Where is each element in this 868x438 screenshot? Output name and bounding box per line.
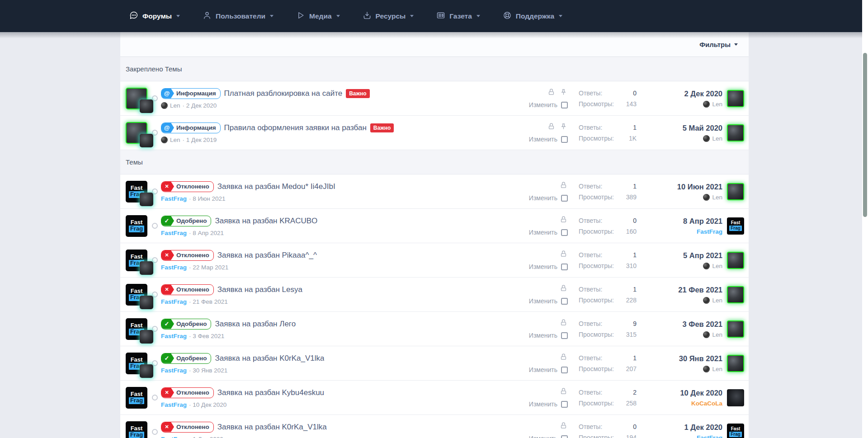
select-thread-checkbox[interactable] — [561, 401, 568, 408]
scrollbar-thumb[interactable] — [863, 53, 867, 217]
last-poster-avatar[interactable] — [727, 124, 744, 141]
thread-title-link[interactable]: Заявка на разбан Lesya — [217, 285, 302, 294]
last-post-date[interactable]: 3 Фев 2021 — [683, 320, 722, 329]
last-poster-avatar[interactable]: FastFrag — [727, 424, 744, 438]
select-thread-checkbox[interactable] — [561, 136, 568, 143]
nav-item-newspaper[interactable]: Газета — [436, 11, 480, 22]
last-poster-link[interactable]: FastFrag — [697, 228, 722, 235]
last-poster-avatar[interactable] — [727, 252, 744, 269]
nav-item-media[interactable]: Медиа — [296, 11, 340, 22]
last-poster-avatar[interactable] — [727, 355, 744, 372]
thread-author-link[interactable]: Len — [170, 137, 180, 143]
thread-start-date: 22 Мар 2021 — [189, 264, 228, 271]
select-thread-checkbox[interactable] — [561, 367, 568, 373]
views-label: Просмотры: — [579, 434, 614, 438]
last-poster-link[interactable]: Len — [712, 101, 722, 108]
thread-author-link[interactable]: FastFrag — [161, 401, 187, 408]
page-scrollbar[interactable] — [862, 0, 868, 438]
last-poster-link[interactable]: KoCaCoLa — [691, 400, 722, 407]
last-post-date[interactable]: 1 Дек 2020 — [684, 423, 722, 432]
thread-author-link[interactable]: FastFrag — [161, 436, 187, 438]
last-post-date[interactable]: 30 Янв 2021 — [679, 354, 722, 363]
thread-title-link[interactable]: Заявка на разбан Medou* Ii4eJIbI — [217, 182, 335, 191]
select-thread-checkbox[interactable] — [561, 435, 568, 438]
thread-title-link[interactable]: Платная разблокировка на сайте — [224, 89, 343, 98]
last-poster-avatar[interactable]: FastFrag — [727, 217, 744, 235]
last-poster-avatar[interactable] — [727, 320, 744, 338]
views-count: 258 — [626, 400, 637, 407]
nav-item-forums[interactable]: Форумы — [129, 11, 180, 22]
last-poster-link[interactable]: Len — [712, 331, 722, 338]
select-thread-checkbox[interactable] — [561, 264, 568, 270]
support-icon — [503, 11, 512, 20]
prefix-badge[interactable]: ✓ Одобрено — [161, 353, 211, 364]
replies-label: Ответы: — [579, 423, 602, 430]
edit-label: Изменить — [529, 136, 557, 143]
thread-title-link[interactable]: Заявка на разбан KRACUBO — [215, 217, 317, 226]
nav-item-resources[interactable]: Ресурсы — [363, 11, 414, 22]
prefix-badge[interactable]: ✕ Отклонено — [161, 250, 214, 261]
thread-row: @ Информация Платная разблокировка на са… — [120, 81, 749, 116]
author-mini-avatar — [161, 137, 168, 143]
nav-item-support[interactable]: Поддержка — [503, 11, 562, 22]
thread-starter-avatar[interactable]: FastFrag — [126, 421, 147, 438]
last-poster-link[interactable]: FastFrag — [697, 434, 722, 438]
prefix-label: Одобрено — [174, 319, 211, 329]
prefix-badge[interactable]: ✕ Отклонено — [161, 387, 214, 398]
thread-author-link[interactable]: FastFrag — [161, 333, 187, 339]
thread-title-link[interactable]: Правила оформления заявки на разбан — [224, 123, 367, 132]
prefix-badge[interactable]: ✕ Отклонено — [161, 422, 214, 433]
last-post-date[interactable]: 5 Апр 2021 — [683, 251, 722, 260]
last-post-date[interactable]: 10 Июн 2021 — [677, 183, 722, 191]
thread-author-link[interactable]: FastFrag — [161, 367, 187, 374]
last-poster-avatar[interactable] — [727, 183, 744, 200]
thread-title-link[interactable]: Заявка на разбан Лего — [215, 320, 296, 329]
support-icon — [503, 11, 512, 22]
prefix-badge[interactable]: @ Информация — [161, 88, 221, 99]
thread-title-link[interactable]: Заявка на разбан Pikaaa^_^ — [217, 251, 317, 260]
last-poster-link[interactable]: Len — [712, 263, 722, 269]
filters-button[interactable]: Фильтры — [699, 41, 738, 48]
thread-starter-avatar[interactable]: FastFrag — [126, 387, 147, 409]
thread-author-link[interactable]: FastFrag — [161, 298, 187, 305]
prefix-badge[interactable]: ✓ Одобрено — [161, 216, 211, 226]
thread-author-link[interactable]: FastFrag — [161, 230, 187, 236]
select-thread-checkbox[interactable] — [561, 298, 568, 305]
thread-title-link[interactable]: Заявка на разбан K0rKa_V1lka — [217, 423, 327, 432]
select-thread-checkbox[interactable] — [561, 102, 568, 108]
prefix-badge[interactable]: @ Информация — [161, 122, 221, 133]
last-post-date[interactable]: 21 Фев 2021 — [678, 286, 722, 294]
views-count: 194 — [626, 434, 637, 438]
edit-label: Изменить — [529, 435, 557, 438]
thread-title-link[interactable]: Заявка на разбан K0rKa_V1lka — [215, 354, 324, 363]
last-post-date[interactable]: 10 Дек 2020 — [680, 389, 722, 397]
select-thread-checkbox[interactable] — [561, 195, 568, 202]
last-post-date[interactable]: 2 Дек 2020 — [684, 89, 722, 98]
prefix-badge[interactable]: ✕ Отклонено — [161, 284, 214, 295]
thread-title-link[interactable]: Заявка на разбан Kybu4eskuu — [217, 388, 324, 397]
last-poster-link[interactable]: Len — [712, 297, 722, 304]
last-poster-avatar[interactable] — [727, 286, 744, 303]
thread-author-link[interactable]: Len — [170, 102, 180, 109]
thread-author-link[interactable]: FastFrag — [161, 195, 187, 202]
chevron-down-icon — [559, 15, 562, 17]
last-poster-link[interactable]: Len — [712, 194, 722, 201]
thread-starter-avatar[interactable]: FastFrag — [126, 215, 147, 237]
select-thread-checkbox[interactable] — [561, 332, 568, 339]
last-post-date[interactable]: 8 Апр 2021 — [683, 217, 722, 226]
top-nav: Форумы Пользователи Медиа Ресурсы Газета… — [0, 0, 868, 32]
prefix-badge[interactable]: ✓ Одобрено — [161, 319, 211, 330]
prefix-badge[interactable]: ✕ Отклонено — [161, 181, 214, 192]
last-poster-avatar[interactable] — [727, 90, 744, 107]
last-post-date[interactable]: 5 Май 2020 — [683, 124, 722, 132]
thread-section: Темы FastFrag ✕ Отклонено Заявка на разб… — [120, 150, 749, 438]
last-poster-avatar[interactable] — [727, 389, 744, 406]
select-thread-checkbox[interactable] — [561, 229, 568, 236]
last-poster-link[interactable]: Len — [712, 135, 722, 142]
thread-author-link[interactable]: FastFrag — [161, 264, 187, 271]
last-poster-link[interactable]: Len — [712, 366, 722, 372]
nav-item-users[interactable]: Пользователи — [203, 11, 274, 22]
fastfrag-logo-line2: Frag — [129, 226, 144, 232]
prefix-label: Отклонено — [174, 388, 213, 398]
replies-count: 1 — [633, 124, 637, 131]
